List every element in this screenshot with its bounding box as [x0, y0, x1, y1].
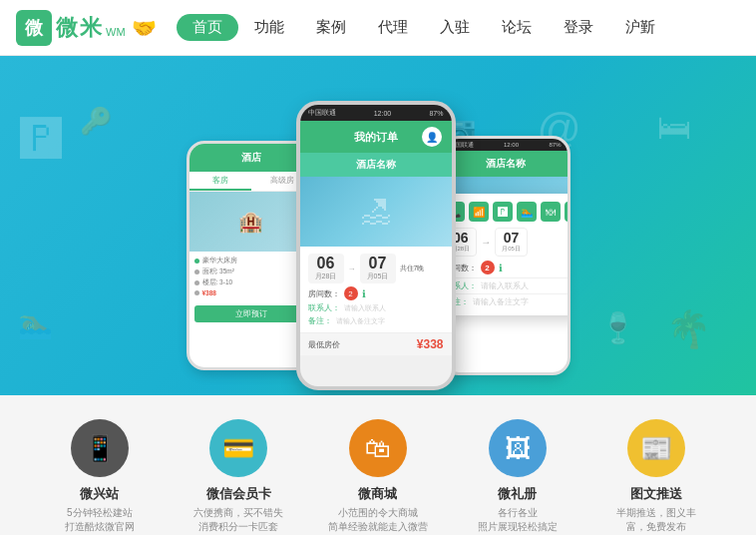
member-card-desc: 六便携商，买不错失消费积分一卡匹套	[193, 506, 283, 534]
feature-member-card: 💳 微信会员卡 六便携商，买不错失消费积分一卡匹套	[179, 419, 298, 534]
popup-room-badge: 2	[481, 261, 495, 274]
feature-tuzhi: 📰 图文推送 半期推送，图义丰富，免费发布	[596, 419, 716, 534]
tuzhi-desc: 半期推送，图义丰富，免费发布	[616, 506, 696, 534]
popup-checkout: 07 月05日	[495, 228, 528, 257]
weili-title: 微礼册	[498, 485, 537, 503]
nav-extra[interactable]: 沪斳	[609, 14, 671, 41]
bed-icon: 🛏	[657, 108, 691, 147]
booking-body: 06 月28日 → 07 月05日 共住7晚 房间数： 2 ℹ 联系人	[300, 247, 452, 332]
weixin-site-icon: 📱	[71, 419, 129, 477]
phone-left-header: 酒店	[189, 144, 313, 172]
phone-main: 中国联通 12:00 87% 我的订单 👤 酒店名称 🏖 06 月28日 →	[296, 101, 456, 390]
right-phone-area: 中国联通12:0087% 酒店名称 🏖 📞 📶 🅿 🏊 🍽 ❄	[456, 136, 570, 390]
phone-right: 中国联通12:0087% 酒店名称 🏖 📞 📶 🅿 🏊 🍽 ❄	[441, 136, 570, 375]
mall-desc: 小范围的令大商城简单经验就能走入微营	[328, 506, 428, 534]
room-floor-row: 楼层: 3-10	[194, 278, 308, 287]
header-title: 我的订单	[354, 130, 398, 145]
hotel-image: 🏖	[300, 177, 452, 247]
nav-home[interactable]: 首页	[177, 14, 238, 41]
phone-left-info: 豪华大床房 面积: 35m² 楼层: 3-10 ¥388	[189, 252, 313, 301]
checkin-date: 06 月28日	[308, 254, 344, 283]
logo-icon: 微	[16, 10, 52, 46]
nav-cases[interactable]: 案例	[300, 14, 362, 41]
swim-icon: 🏊	[18, 307, 53, 340]
tuzhi-icon: 📰	[627, 419, 685, 477]
right-header: 酒店名称	[444, 151, 567, 177]
logo-text: 微米	[56, 13, 104, 43]
phone-main-header: 我的订单 👤	[300, 121, 452, 153]
key-icon: 🔑	[80, 106, 112, 137]
wechat-icon: 🤝	[132, 16, 157, 40]
nav-login[interactable]: 登录	[548, 14, 609, 41]
nav-forum[interactable]: 论坛	[486, 14, 548, 41]
status-battery: 87%	[429, 110, 443, 117]
mall-title: 微商城	[358, 485, 397, 503]
pool-amenity-icon: 🏊	[517, 202, 537, 222]
phone-left-tabs: 客房 高级房	[189, 172, 313, 192]
room-name-row: 豪华大床房	[194, 257, 308, 266]
nav-features[interactable]: 功能	[238, 14, 300, 41]
food-amenity-icon: 🍽	[541, 202, 561, 222]
weixin-site-desc: 5分钟轻松建站打造酷炫微官网	[65, 506, 135, 534]
weili-desc: 各行各业照片展现轻松搞定	[478, 506, 558, 534]
room-count-badge: 2	[344, 286, 358, 300]
member-card-icon: 💳	[209, 419, 267, 477]
member-card-title: 微信会员卡	[206, 485, 271, 503]
ac-amenity-icon: ❄	[565, 202, 570, 222]
room-size-row: 面积: 35m²	[194, 268, 308, 276]
phone-status-bar: 中国联通 12:00 87%	[300, 105, 452, 121]
palm-icon: 🌴	[666, 308, 711, 350]
popup-note-field: 备注： 请输入备注文字	[445, 293, 570, 307]
popup-arrow: →	[481, 237, 491, 248]
features-section: 📱 微兴站 5分钟轻松建站打造酷炫微官网 💳 微信会员卡 六便携商，买不错失消费…	[0, 395, 756, 535]
feature-mall: 🛍 微商城 小范围的令大商城简单经验就能走入微营	[318, 419, 438, 534]
popup-person-field: 联系人： 请输入联系人	[445, 277, 570, 291]
tab-guest-room[interactable]: 客房	[189, 172, 251, 191]
hotel-name: 酒店名称	[300, 153, 452, 177]
nav-enter[interactable]: 入驻	[424, 14, 486, 41]
wine-icon: 🍷	[599, 310, 636, 345]
dates-row: 06 月28日 → 07 月05日 共住7晚	[308, 254, 444, 283]
nav-links: 首页 功能 案例 代理 入驻 论坛 登录 沪斳	[177, 14, 740, 41]
date-separator: →	[348, 265, 356, 273]
checkout-date: 07 月05日	[360, 254, 396, 283]
person-row: 联系人： 请输入联系人	[308, 302, 444, 313]
logo-area: 微 微米 WM 🤝	[16, 10, 157, 46]
info-icon: ℹ	[362, 288, 366, 299]
feature-weixin-site: 📱 微兴站 5分钟轻松建站打造酷炫微官网	[40, 419, 160, 534]
price-row: 最低房价 ¥338	[300, 332, 452, 355]
note-row: 备注： 请输入备注文字	[308, 315, 444, 326]
navbar: 微 微米 WM 🤝 首页 功能 案例 代理 入驻 论坛 登录 沪斳	[0, 0, 756, 56]
status-carrier: 中国联通	[308, 108, 336, 118]
user-avatar: 👤	[422, 127, 442, 147]
phone-left-img: 🏨	[189, 192, 313, 252]
park-amenity-icon: 🅿	[493, 202, 513, 222]
popup-count-row: 房间数： 2 ℹ	[445, 261, 570, 274]
status-time: 12:00	[374, 110, 392, 117]
mall-icon: 🛍	[349, 419, 407, 477]
room-price-row: ¥388	[194, 289, 308, 296]
booking-popup: 📞 📶 🅿 🏊 🍽 ❄ 06 月28日 →	[441, 194, 570, 315]
right-status-bar: 中国联通12:0087%	[444, 139, 567, 151]
wifi-amenity-icon: 📶	[469, 202, 489, 222]
tuzhi-title: 图文推送	[630, 485, 682, 503]
phones-container: 酒店 客房 高级房 🏨 豪华大床房 面积: 35m² 楼层: 3-10	[187, 91, 570, 390]
weixin-site-title: 微兴站	[80, 485, 119, 503]
room-count-row: 房间数： 2 ℹ	[308, 286, 444, 300]
popup-info-icon: ℹ	[499, 263, 503, 273]
book-button[interactable]: 立即预订	[194, 305, 308, 322]
feature-weili: 🖼 微礼册 各行各业照片展现轻松搞定	[458, 419, 577, 534]
popup-dates: 06 月28日 → 07 月05日	[445, 228, 570, 257]
parking-icon: 🅿	[20, 116, 62, 164]
weili-icon: 🖼	[489, 419, 547, 477]
amenity-icons: 📞 📶 🅿 🏊 🍽 ❄	[445, 202, 570, 222]
logo-wm: WM	[106, 26, 126, 38]
nav-agent[interactable]: 代理	[362, 14, 424, 41]
hero-section: 🅿 🔑 🏊 📷 @ 🛏 🌴 🍷 酒店 客房 高级房 🏨 豪华大床房 面积: 35…	[0, 56, 756, 395]
